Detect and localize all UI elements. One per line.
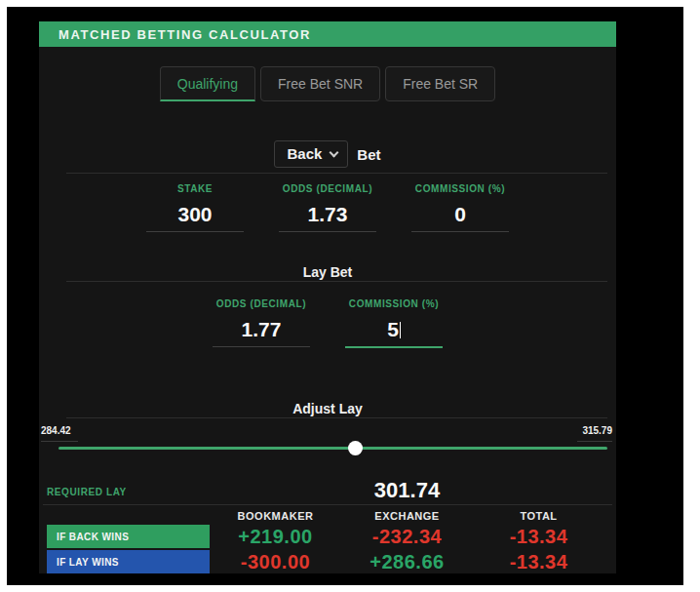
back-commission-label: COMMISSION (%) <box>411 183 509 195</box>
adjust-lay-title: Adjust Lay <box>39 401 616 416</box>
lay-wins-bookmaker-value: -300.00 <box>210 551 341 573</box>
slider-max-label: 315.79 <box>577 425 612 442</box>
tab-qualifying[interactable]: Qualifying <box>160 66 255 101</box>
lay-commission-input[interactable]: 5 <box>345 318 443 348</box>
app-frame: MATCHED BETTING CALCULATOR Qualifying Fr… <box>7 7 683 585</box>
back-wins-bookmaker-value: +219.00 <box>210 526 341 548</box>
back-bet-fields: STAKE 300 ODDS (DECIMAL) 1.73 COMMISSION… <box>39 183 616 232</box>
bet-suffix-label: Bet <box>357 146 380 163</box>
results-divider <box>43 504 612 505</box>
stake-field-group: STAKE 300 <box>146 183 244 232</box>
calculator-card: MATCHED BETTING CALCULATOR Qualifying Fr… <box>39 21 616 573</box>
tab-free-bet-snr[interactable]: Free Bet SNR <box>260 66 380 101</box>
back-odds-field-group: ODDS (DECIMAL) 1.73 <box>279 183 376 232</box>
back-wins-exchange-value: -232.34 <box>341 526 473 548</box>
back-bet-divider <box>66 173 607 174</box>
chevron-down-icon <box>330 147 339 157</box>
column-header-bookmaker: BOOKMAKER <box>210 510 341 522</box>
required-lay-label: REQUIRED LAY <box>47 487 127 497</box>
tab-free-bet-sr[interactable]: Free Bet SR <box>385 66 495 101</box>
text-caret <box>400 322 401 338</box>
slider-thumb[interactable] <box>348 441 363 455</box>
calculator-title: MATCHED BETTING CALCULATOR <box>58 27 311 42</box>
lay-bet-fields: ODDS (DECIMAL) 1.77 COMMISSION (%) 5 <box>39 298 616 348</box>
lay-odds-label: ODDS (DECIMAL) <box>213 298 310 310</box>
lay-wins-exchange-value: +286.66 <box>341 551 473 573</box>
calculator-header: MATCHED BETTING CALCULATOR <box>39 21 616 47</box>
lay-odds-input[interactable]: 1.77 <box>213 318 310 347</box>
lay-commission-value: 5 <box>387 318 399 340</box>
adjust-lay-slider[interactable] <box>58 447 607 450</box>
lay-odds-field-group: ODDS (DECIMAL) 1.77 <box>213 298 310 348</box>
back-commission-input[interactable]: 0 <box>411 203 509 232</box>
required-lay-value: 301.74 <box>341 478 473 503</box>
stake-label: STAKE <box>146 183 244 195</box>
back-wins-total-value: -13.34 <box>473 526 604 548</box>
table-row-if-back-wins: IF BACK WINS +219.00 -232.34 -13.34 <box>39 525 616 548</box>
back-odds-label: ODDS (DECIMAL) <box>279 183 376 195</box>
tab-bar: Qualifying Free Bet SNR Free Bet SR <box>39 66 616 101</box>
adjust-lay-divider <box>66 417 607 418</box>
lay-commission-label: COMMISSION (%) <box>345 298 443 310</box>
if-lay-wins-label: IF LAY WINS <box>47 550 210 573</box>
lay-bet-divider <box>66 281 607 282</box>
column-header-exchange: EXCHANGE <box>341 510 473 522</box>
back-bet-header: Back Bet <box>39 139 616 169</box>
bet-type-select[interactable]: Back <box>274 140 348 168</box>
table-row-if-lay-wins: IF LAY WINS -300.00 +286.66 -13.34 <box>39 550 616 573</box>
stake-input[interactable]: 300 <box>146 203 244 232</box>
results-header-row: BOOKMAKER EXCHANGE TOTAL <box>39 509 616 523</box>
back-commission-field-group: COMMISSION (%) 0 <box>411 183 509 232</box>
slider-min-label: 284.42 <box>41 425 78 442</box>
lay-commission-field-group: COMMISSION (%) 5 <box>345 298 443 348</box>
back-odds-input[interactable]: 1.73 <box>279 203 376 232</box>
column-header-total: TOTAL <box>473 510 604 522</box>
bet-type-selected-value: Back <box>287 145 322 162</box>
page: MATCHED BETTING CALCULATOR Qualifying Fr… <box>0 0 700 592</box>
lay-bet-title: Lay Bet <box>39 264 616 280</box>
lay-wins-total-value: -13.34 <box>473 551 604 573</box>
if-back-wins-label: IF BACK WINS <box>47 525 210 548</box>
